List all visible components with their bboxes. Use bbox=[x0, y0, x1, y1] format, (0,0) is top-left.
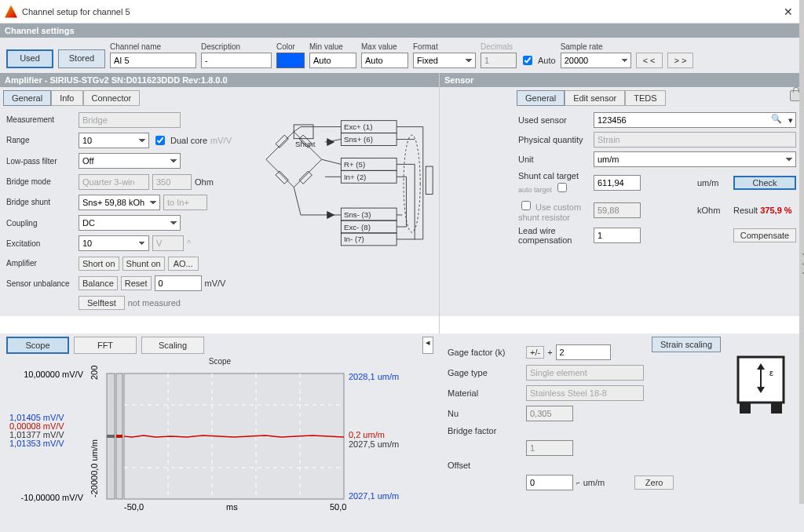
tab-general[interactable]: General bbox=[3, 90, 51, 106]
gage-factor-label: Gage factor (k) bbox=[448, 348, 526, 357]
auto-checkbox[interactable] bbox=[523, 56, 532, 65]
chevron-down-icon[interactable]: ▾ bbox=[788, 115, 793, 126]
svg-text:-50,0: -50,0 bbox=[124, 502, 144, 512]
bridge-mode-select: Quarter 3-wire bbox=[79, 174, 149, 190]
bridge-shunt-to: to In+ bbox=[163, 195, 207, 210]
amplifier-header: Amplifier - SIRIUS-STGv2 SN:D011623DDD R… bbox=[0, 73, 439, 87]
used-sensor-label: Used sensor bbox=[518, 115, 594, 125]
close-icon[interactable]: ✕ bbox=[777, 2, 799, 21]
leadwire-label: Lead wire compensation bbox=[518, 226, 594, 245]
sample-rate-select[interactable]: 20000 bbox=[561, 53, 631, 68]
offset-unit: um/m bbox=[583, 478, 605, 487]
channel-row: Used Stored Channel name Description Col… bbox=[0, 38, 804, 73]
auto-target-checkbox[interactable] bbox=[557, 183, 567, 192]
next-button[interactable]: > > bbox=[667, 53, 694, 68]
color-label: Color bbox=[276, 42, 305, 51]
tab-strain-scaling[interactable]: Strain scaling bbox=[652, 337, 721, 352]
balance-button[interactable]: Balance bbox=[79, 276, 118, 290]
svg-text:2027,5 um/m: 2027,5 um/m bbox=[349, 439, 399, 449]
display-options-bar[interactable]: Display options bbox=[799, 0, 804, 504]
offset-input[interactable] bbox=[526, 475, 573, 490]
custom-shunt-checkbox[interactable] bbox=[521, 201, 531, 210]
search-icon[interactable]: 🔍 bbox=[771, 114, 782, 124]
used-button[interactable]: Used bbox=[6, 49, 53, 68]
decimals-input bbox=[481, 53, 517, 68]
coupling-select[interactable]: DC bbox=[79, 215, 181, 231]
bridge-shunt-select[interactable]: Sns+ 59,88 kOhm bbox=[79, 195, 160, 210]
svg-rect-53 bbox=[771, 403, 782, 414]
selftest-status: not measured bbox=[128, 298, 181, 308]
svg-rect-33 bbox=[116, 435, 122, 438]
shunt-on-button[interactable]: Shunt on bbox=[122, 257, 165, 271]
tab-fft[interactable]: FFT bbox=[74, 337, 137, 354]
tab-sensor-general[interactable]: General bbox=[517, 90, 565, 106]
dualcore-checkbox[interactable] bbox=[155, 136, 165, 145]
dualcore-unit: mV/V bbox=[210, 136, 232, 145]
tab-connector[interactable]: Connector bbox=[83, 90, 141, 106]
nu-input bbox=[526, 406, 573, 421]
selftest-button[interactable]: Selftest bbox=[79, 296, 125, 310]
range-select[interactable]: 10 bbox=[79, 133, 149, 148]
svg-text:10,00000 mV/V: 10,00000 mV/V bbox=[24, 370, 83, 379]
nu-label: Nu bbox=[448, 409, 526, 418]
coupling-label: Coupling bbox=[6, 219, 79, 228]
description-input[interactable] bbox=[201, 53, 272, 68]
auto-label: Auto bbox=[538, 56, 556, 65]
used-sensor-input[interactable] bbox=[594, 112, 796, 128]
svg-text:ε: ε bbox=[769, 368, 773, 377]
lpf-select[interactable]: Off bbox=[79, 153, 181, 169]
short-on-button[interactable]: Short on bbox=[79, 257, 119, 271]
shunt-cal-input[interactable] bbox=[594, 175, 641, 191]
tab-scaling[interactable]: Scaling bbox=[141, 337, 204, 354]
tab-sensor-edit[interactable]: Edit sensor bbox=[565, 90, 625, 106]
stored-button[interactable]: Stored bbox=[58, 49, 105, 68]
gage-type-select: Single element bbox=[526, 365, 644, 381]
excitation-label: Excitation bbox=[6, 239, 79, 248]
svg-text:2027,1 um/m: 2027,1 um/m bbox=[349, 491, 399, 501]
measurement-select: Bridge bbox=[79, 112, 181, 128]
min-input[interactable] bbox=[309, 53, 356, 68]
pq-select: Strain bbox=[594, 132, 796, 148]
reset-button[interactable]: Reset bbox=[121, 276, 152, 290]
unit-select[interactable]: um/m bbox=[594, 151, 796, 167]
scope-title: Scope bbox=[6, 357, 433, 366]
pq-label: Physical quantity bbox=[518, 135, 594, 144]
format-select[interactable]: Fixed bbox=[413, 53, 476, 68]
bridge-factor-input bbox=[526, 440, 573, 456]
max-input[interactable] bbox=[361, 53, 408, 68]
gage-factor-input[interactable] bbox=[556, 344, 611, 360]
tab-scope[interactable]: Scope bbox=[6, 337, 69, 354]
tab-sensor-teds[interactable]: TEDS bbox=[625, 90, 665, 106]
custom-shunt-unit: kOhm bbox=[697, 206, 733, 215]
prev-button[interactable]: < < bbox=[636, 53, 663, 68]
titlebar: Channel setup for channel 5 ✕ bbox=[0, 0, 804, 24]
sensor-header: Sensor bbox=[440, 73, 804, 87]
tab-info[interactable]: Info bbox=[51, 90, 82, 106]
leadwire-input[interactable] bbox=[594, 228, 641, 243]
bridge-ohm-select: 350 bbox=[152, 174, 192, 190]
pm-button[interactable]: +/- bbox=[526, 346, 544, 359]
decimals-label: Decimals bbox=[481, 42, 556, 51]
collapse-icon[interactable]: ◂ bbox=[422, 337, 433, 354]
excitation-select[interactable]: 10 bbox=[79, 235, 149, 251]
channel-name-input[interactable] bbox=[110, 53, 196, 68]
material-label: Material bbox=[448, 388, 526, 398]
color-swatch[interactable] bbox=[276, 53, 305, 68]
custom-shunt-input bbox=[594, 202, 641, 218]
window-title: Channel setup for channel 5 bbox=[22, 7, 130, 16]
ao-button[interactable]: AO... bbox=[168, 257, 199, 271]
svg-text:ms: ms bbox=[226, 502, 238, 512]
excitation-unit: V bbox=[152, 235, 184, 251]
svg-rect-52 bbox=[740, 403, 751, 414]
gage-icon: ε bbox=[733, 352, 788, 415]
shunt-cal-label: Shunt cal target bbox=[518, 171, 579, 180]
unbalance-input[interactable] bbox=[155, 275, 202, 291]
zero-button[interactable]: Zero bbox=[634, 476, 674, 490]
min-label: Min value bbox=[309, 42, 356, 51]
format-label: Format bbox=[413, 42, 476, 51]
check-button[interactable]: Check bbox=[733, 176, 796, 190]
channel-name-label: Channel name bbox=[110, 42, 196, 51]
svg-text:20000,0 um/m: 20000,0 um/m bbox=[90, 366, 99, 380]
compensate-button[interactable]: Compensate bbox=[733, 228, 796, 242]
max-label: Max value bbox=[361, 42, 408, 51]
